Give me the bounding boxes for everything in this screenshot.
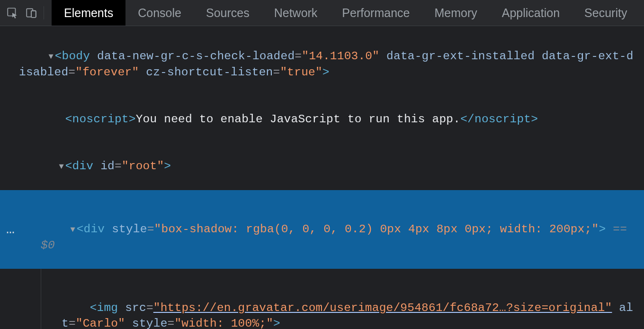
chevron-down-icon: ▼ — [47, 49, 55, 64]
tab-label: Performance — [342, 6, 410, 20]
devtools-tabs: Elements Console Sources Network Perform… — [52, 0, 639, 26]
tab-label: Network — [274, 6, 318, 20]
tab-sources[interactable]: Sources — [194, 0, 262, 26]
tab-memory[interactable]: Memory — [422, 0, 489, 26]
dom-node-selected[interactable]: … ▼<div style="box-shadow: rgba(0, 0, 0,… — [0, 190, 644, 269]
inspect-element-icon[interactable] — [4, 4, 21, 21]
tab-application[interactable]: Application — [490, 0, 572, 26]
tab-elements[interactable]: Elements — [52, 0, 125, 26]
tab-label: Elements — [64, 6, 113, 20]
dom-node-body[interactable]: ▼<body data-new-gr-c-s-check-loaded="14.… — [0, 33, 644, 96]
tab-label: Security — [584, 6, 627, 20]
tab-performance[interactable]: Performance — [330, 0, 422, 26]
tab-label: Console — [138, 6, 181, 20]
tag-open: <body — [55, 50, 90, 63]
dom-tree: ▼<body data-new-gr-c-s-check-loaded="14.… — [0, 26, 644, 329]
svg-rect-2 — [31, 11, 36, 18]
tab-label: Application — [502, 6, 560, 20]
dom-node-root-div[interactable]: ▼<div id="root"> — [0, 143, 644, 190]
toolbar-separator — [44, 6, 44, 19]
device-toolbar-icon[interactable] — [23, 4, 40, 21]
tab-security[interactable]: Security — [572, 0, 639, 26]
tab-console[interactable]: Console — [125, 0, 194, 26]
tab-label: Memory — [434, 6, 477, 20]
dom-node-img[interactable]: <img src="https://en.gravatar.com/userim… — [0, 269, 644, 329]
devtools-toolbar: Elements Console Sources Network Perform… — [0, 0, 644, 26]
chevron-down-icon: ▼ — [69, 222, 77, 238]
line-gutter[interactable]: … — [0, 190, 19, 269]
tab-label: Sources — [206, 6, 250, 20]
toolbar-icons — [0, 0, 52, 26]
tab-network[interactable]: Network — [262, 0, 330, 26]
chevron-down-icon: ▼ — [58, 159, 65, 174]
dom-node-noscript[interactable]: <noscript>You need to enable JavaScript … — [0, 96, 644, 143]
